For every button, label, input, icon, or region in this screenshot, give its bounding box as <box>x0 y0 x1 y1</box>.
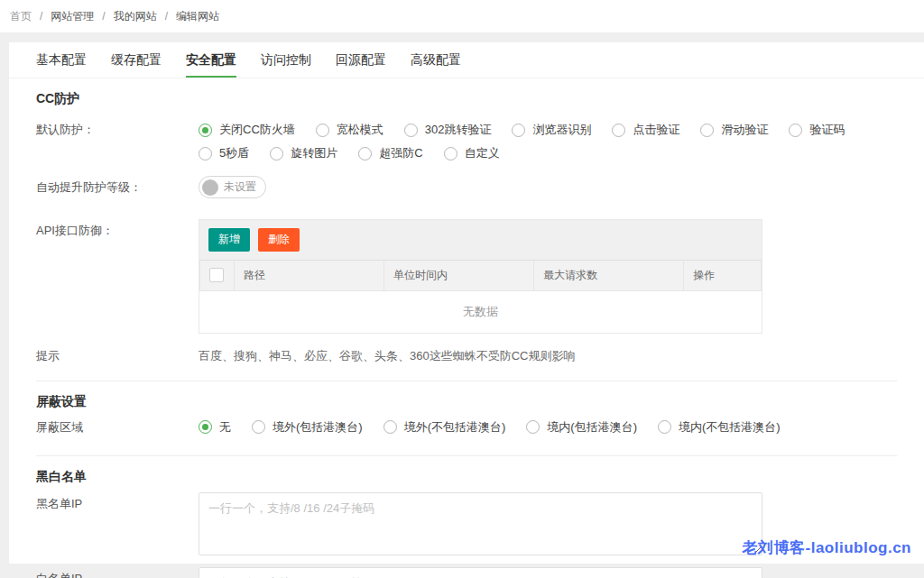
row-whitelist: 白名单IP <box>36 567 897 578</box>
radio-option-境外(不包括港澳台)[interactable]: 境外(不包括港澳台) <box>383 416 506 439</box>
section-title-cc: CC防护 <box>36 91 897 107</box>
radio-option-label: 超强防C <box>379 145 422 161</box>
tab-访问控制[interactable]: 访问控制 <box>261 42 311 78</box>
whitelist-label: 白名单IP <box>36 567 199 578</box>
block-area-label: 屏蔽区域 <box>36 416 199 436</box>
radio-icon <box>199 420 212 434</box>
radio-option-label: 5秒盾 <box>219 145 249 161</box>
radio-option-境内(包括港澳台)[interactable]: 境内(包括港澳台) <box>526 416 637 439</box>
row-default-protection: 默认防护： 关闭CC防火墙宽松模式302跳转验证浏览器识别点击验证滑动验证验证码… <box>36 118 897 165</box>
add-button[interactable]: 新增 <box>208 228 250 252</box>
auto-level-switch[interactable]: 未设置 <box>199 176 266 198</box>
radio-option-label: 境内(包括港澳台) <box>547 419 637 436</box>
radio-icon <box>404 124 418 137</box>
radio-option-label: 关闭CC防火墙 <box>219 122 295 138</box>
switch-knob-icon <box>202 179 218 196</box>
radio-option-滑动验证[interactable]: 滑动验证 <box>700 118 768 142</box>
radio-icon <box>444 147 457 161</box>
row-auto-level: 自动提升防护等级： 未设置 <box>36 176 897 199</box>
radio-option-label: 境外(包括港澳台) <box>273 419 363 436</box>
radio-option-label: 滑动验证 <box>721 122 768 138</box>
config-tab-bar: 基本配置缓存配置安全配置访问控制回源配置高级配置 <box>9 42 924 78</box>
radio-option-宽松模式[interactable]: 宽松模式 <box>316 118 383 142</box>
whitelist-ip-input[interactable] <box>199 567 762 578</box>
radio-option-label: 验证码 <box>809 122 845 138</box>
row-api-defense: API接口防御： 新增 删除 路径单位时间内最大请求数操作 无数据 <box>36 219 897 334</box>
table-empty-text: 无数据 <box>200 290 762 333</box>
radio-option-旋转图片[interactable]: 旋转图片 <box>270 142 337 165</box>
radio-icon <box>199 147 212 161</box>
radio-option-5秒盾[interactable]: 5秒盾 <box>199 142 249 165</box>
radio-option-302跳转验证[interactable]: 302跳转验证 <box>404 118 492 142</box>
breadcrumb-separator: / <box>40 10 42 23</box>
blacklist-ip-input[interactable] <box>199 492 762 555</box>
radio-option-自定义[interactable]: 自定义 <box>444 142 500 165</box>
table-header-操作: 操作 <box>684 260 762 290</box>
switch-label: 未设置 <box>224 179 256 195</box>
api-defense-panel: 新增 删除 路径单位时间内最大请求数操作 无数据 <box>199 219 762 334</box>
breadcrumb-item-3[interactable]: 我的网站 <box>114 9 157 24</box>
radio-icon <box>526 420 540 434</box>
tab-缓存配置[interactable]: 缓存配置 <box>111 42 162 78</box>
row-tip: 提示 百度、搜狗、神马、必应、谷歌、头条、360这些蜘蛛不受防CC规则影响 <box>36 344 897 364</box>
tab-content: CC防护 默认防护： 关闭CC防火墙宽松模式302跳转验证浏览器识别点击验证滑动… <box>9 91 924 578</box>
tab-安全配置[interactable]: 安全配置 <box>186 42 236 78</box>
radio-icon <box>316 124 329 137</box>
api-defense-label: API接口防御： <box>36 219 199 239</box>
breadcrumb-item-1[interactable]: 首页 <box>10 9 32 24</box>
auto-level-label: 自动提升防护等级： <box>36 176 199 196</box>
radio-option-label: 302跳转验证 <box>425 122 492 138</box>
site-watermark: 老刘博客-laoliublog.cn <box>743 537 912 558</box>
tab-回源配置[interactable]: 回源配置 <box>336 42 386 78</box>
tab-基本配置[interactable]: 基本配置 <box>36 42 87 78</box>
tab-高级配置[interactable]: 高级配置 <box>411 42 461 78</box>
tip-label: 提示 <box>36 344 199 364</box>
api-defense-table: 路径单位时间内最大请求数操作 无数据 <box>199 260 762 333</box>
radio-option-关闭CC防火墙[interactable]: 关闭CC防火墙 <box>199 118 295 142</box>
radio-option-label: 境外(不包括港澳台) <box>404 419 506 436</box>
table-header-最大请求数: 最大请求数 <box>534 260 684 290</box>
radio-option-label: 宽松模式 <box>337 122 383 138</box>
delete-button[interactable]: 删除 <box>258 228 300 252</box>
radio-option-浏览器识别[interactable]: 浏览器识别 <box>512 118 591 142</box>
section-title-bw: 黑白名单 <box>36 469 897 485</box>
radio-option-验证码[interactable]: 验证码 <box>789 118 845 142</box>
section-title-block: 屏蔽设置 <box>36 394 897 410</box>
radio-option-境内(不包括港澳台)[interactable]: 境内(不包括港澳台) <box>658 416 781 439</box>
radio-option-点击验证[interactable]: 点击验证 <box>612 118 679 142</box>
default-protection-radio-group: 关闭CC防火墙宽松模式302跳转验证浏览器识别点击验证滑动验证验证码5秒盾旋转图… <box>199 118 897 165</box>
radio-option-无[interactable]: 无 <box>199 416 231 439</box>
select-all-checkbox[interactable] <box>209 268 224 282</box>
radio-option-超强防C[interactable]: 超强防C <box>358 142 422 165</box>
table-header-checkbox-cell <box>200 260 235 290</box>
radio-option-label: 浏览器识别 <box>532 122 591 138</box>
radio-option-境外(包括港澳台)[interactable]: 境外(包括港澳台) <box>252 416 363 439</box>
breadcrumb: 首页/网站管理/我的网站/编辑网站 <box>0 0 924 32</box>
radio-icon <box>358 147 372 161</box>
radio-icon <box>789 124 802 137</box>
api-defense-toolbar: 新增 删除 <box>199 220 762 260</box>
radio-icon <box>270 147 283 161</box>
radio-option-label: 无 <box>219 419 231 436</box>
table-header-路径: 路径 <box>234 260 383 290</box>
radio-icon <box>199 124 212 137</box>
radio-icon <box>512 124 525 137</box>
radio-option-label: 自定义 <box>465 145 500 161</box>
tip-text: 百度、搜狗、神马、必应、谷歌、头条、360这些蜘蛛不受防CC规则影响 <box>199 344 897 364</box>
row-block-area: 屏蔽区域 无境外(包括港澳台)境外(不包括港澳台)境内(包括港澳台)境内(不包括… <box>36 416 897 439</box>
radio-icon <box>383 420 397 434</box>
section-divider <box>36 381 897 381</box>
radio-option-label: 境内(不包括港澳台) <box>679 419 781 436</box>
default-protection-label: 默认防护： <box>36 118 199 138</box>
radio-icon <box>252 420 265 434</box>
settings-card: 基本配置缓存配置安全配置访问控制回源配置高级配置 CC防护 默认防护： 关闭CC… <box>9 42 924 564</box>
section-divider <box>36 455 897 456</box>
breadcrumb-item-4: 编辑网站 <box>176 9 219 24</box>
block-area-radio-group: 无境外(包括港澳台)境外(不包括港澳台)境内(包括港澳台)境内(不包括港澳台) <box>199 416 897 439</box>
breadcrumb-item-2[interactable]: 网站管理 <box>51 9 94 24</box>
table-header-单位时间内: 单位时间内 <box>384 260 534 290</box>
breadcrumb-separator: / <box>165 10 168 23</box>
radio-option-label: 点击验证 <box>633 122 679 138</box>
radio-option-label: 旋转图片 <box>291 145 337 161</box>
radio-icon <box>700 124 714 137</box>
